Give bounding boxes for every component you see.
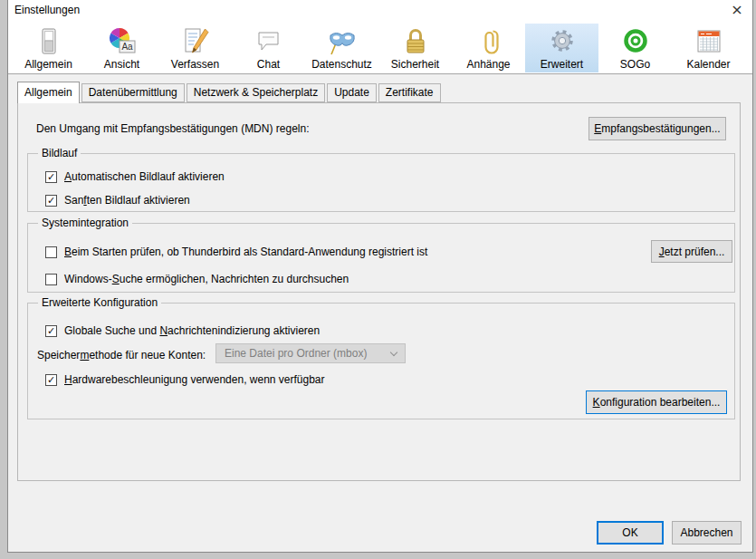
storage-method-value: Eine Datei pro Ordner (mbox) bbox=[225, 347, 367, 360]
checkbox-windows-search[interactable] bbox=[45, 274, 57, 285]
storage-method-label: Speichermethode für neue Konten: bbox=[37, 348, 206, 362]
toolbar-item-label: Allgemein bbox=[24, 58, 72, 71]
button-label: Jetzt prüfen... bbox=[659, 246, 725, 258]
toolbar-item-label: Erweitert bbox=[541, 58, 583, 71]
titlebar: Einstellungen × bbox=[8, 0, 752, 21]
group-legend: Bildlauf bbox=[38, 147, 81, 160]
row-windows-search: Windows-Suche ermöglichen, Nachrichten z… bbox=[45, 272, 349, 286]
toolbar-item-kalender[interactable]: Kalender bbox=[672, 24, 745, 72]
padlock-icon bbox=[401, 27, 430, 56]
mdn-label: Den Umgang mit Empfangsbestätigungen (MD… bbox=[36, 121, 309, 136]
toolbar-item-chat[interactable]: Chat bbox=[232, 24, 305, 72]
settings-dialog: Einstellungen × Allgemein Aa Ansic bbox=[7, 0, 753, 553]
cancel-button[interactable]: Abbrechen bbox=[672, 521, 742, 545]
chat-bubble-icon bbox=[254, 27, 283, 56]
compose-icon bbox=[181, 27, 210, 56]
window-title: Einstellungen bbox=[14, 4, 80, 16]
checkbox-global-search[interactable] bbox=[45, 325, 57, 337]
toolbar-item-label: Datenschutz bbox=[311, 58, 372, 71]
tab-update[interactable]: Update bbox=[327, 83, 377, 102]
row-global-search: Globale Suche und Nachrichtenindizierung… bbox=[45, 323, 320, 338]
toolbar-item-erweitert[interactable]: Erweitert bbox=[525, 24, 598, 72]
tab-netzwerk-speicherplatz[interactable]: Netzwerk & Speicherplatz bbox=[187, 83, 325, 102]
checkbox-default-app-check[interactable] bbox=[45, 246, 57, 258]
toolbar-item-datenschutz[interactable]: Datenschutz bbox=[305, 24, 378, 72]
checkbox-label-auto-scroll[interactable]: Automatischen Bildlauf aktivieren bbox=[64, 169, 225, 184]
checkbox-label-windows-search[interactable]: Windows-Suche ermöglichen, Nachrichten z… bbox=[64, 272, 349, 286]
button-label: Konfiguration bearbeiten... bbox=[593, 396, 721, 409]
toolbar-item-anhaenge[interactable]: Anhänge bbox=[452, 24, 525, 72]
checkbox-label-default-app-check[interactable]: Beim Starten prüfen, ob Thunderbird als … bbox=[64, 245, 427, 259]
group-legend: Erweiterte Konfiguration bbox=[38, 296, 161, 310]
checkbox-label-hardware-accel[interactable]: Hardwarebeschleunigung verwenden, wenn v… bbox=[64, 372, 325, 387]
checkbox-smooth-scroll[interactable] bbox=[45, 195, 57, 207]
color-wheel-icon: Aa bbox=[108, 27, 137, 56]
group-legend: Systemintegration bbox=[38, 217, 132, 230]
checkbox-label-global-search[interactable]: Globale Suche und Nachrichtenindizierung… bbox=[64, 323, 320, 338]
toolbar-item-label: Verfassen bbox=[171, 58, 219, 71]
toolbar-item-label: Ansicht bbox=[104, 58, 139, 71]
checkbox-auto-scroll[interactable] bbox=[45, 171, 57, 183]
edit-config-button[interactable]: Konfiguration bearbeiten... bbox=[586, 390, 727, 414]
sogo-icon bbox=[621, 27, 650, 56]
close-button[interactable]: × bbox=[722, 0, 752, 20]
toolbar-item-verfassen[interactable]: Verfassen bbox=[158, 24, 232, 72]
row-default-app-check: Beim Starten prüfen, ob Thunderbird als … bbox=[45, 245, 427, 259]
tab-panel-allgemein: Den Umgang mit Empfangsbestätigungen (MD… bbox=[17, 102, 741, 481]
row-smooth-scroll: Sanften Bildlauf aktivieren bbox=[45, 193, 190, 207]
checkbox-hardware-accel[interactable] bbox=[45, 374, 57, 386]
category-toolbar: Allgemein Aa Ansicht Verfassen bbox=[8, 21, 752, 74]
mask-icon bbox=[328, 27, 357, 56]
toolbar-item-label: SOGo bbox=[620, 58, 650, 71]
paperclip-icon bbox=[474, 27, 503, 56]
toolbar-item-allgemein[interactable]: Allgemein bbox=[12, 24, 85, 72]
group-bildlauf: Bildlauf Automatischen Bildlauf aktivier… bbox=[27, 153, 735, 212]
toolbar-item-label: Sicherheit bbox=[391, 58, 439, 71]
storage-method-select[interactable]: Eine Datei pro Ordner (mbox) bbox=[215, 343, 406, 363]
toolbar-item-label: Kalender bbox=[686, 58, 730, 71]
toolbar-item-ansicht[interactable]: Aa Ansicht bbox=[85, 24, 158, 72]
calendar-icon bbox=[694, 27, 723, 56]
tab-allgemein[interactable]: Allgemein bbox=[17, 82, 80, 103]
row-hardware-accel: Hardwarebeschleunigung verwenden, wenn v… bbox=[45, 372, 325, 387]
check-now-button[interactable]: Jetzt prüfen... bbox=[651, 240, 732, 263]
close-icon: × bbox=[731, 3, 742, 17]
ok-button[interactable]: OK bbox=[597, 521, 664, 545]
chevron-down-icon bbox=[390, 348, 397, 355]
desktop-background: Einstellungen × Allgemein Aa Ansic bbox=[0, 0, 756, 559]
group-systemintegration: Systemintegration Beim Starten prüfen, o… bbox=[27, 223, 735, 293]
tabstrip: Allgemein Datenübermittlung Netzwerk & S… bbox=[8, 74, 752, 102]
toolbar-item-label: Anhänge bbox=[466, 58, 510, 71]
toolbar-item-label: Chat bbox=[257, 58, 280, 71]
toolbar-item-sogo[interactable]: SOGo bbox=[598, 24, 672, 72]
gear-icon bbox=[548, 27, 577, 56]
empfangsbestaetigungen-button[interactable]: Empfangsbestätigungen... bbox=[589, 117, 726, 140]
svg-text:Aa: Aa bbox=[121, 42, 133, 52]
tab-zertifikate[interactable]: Zertifikate bbox=[378, 83, 441, 102]
row-auto-scroll: Automatischen Bildlauf aktivieren bbox=[45, 169, 225, 184]
button-label: Empfangsbestätigungen... bbox=[594, 122, 720, 135]
switch-icon bbox=[34, 27, 63, 56]
tab-datenuebermittlung[interactable]: Datenübermittlung bbox=[81, 83, 185, 102]
toolbar-item-sicherheit[interactable]: Sicherheit bbox=[378, 24, 452, 72]
checkbox-label-smooth-scroll[interactable]: Sanften Bildlauf aktivieren bbox=[64, 193, 190, 207]
group-erweiterte-konfiguration: Erweiterte Konfiguration Globale Suche u… bbox=[27, 303, 735, 419]
